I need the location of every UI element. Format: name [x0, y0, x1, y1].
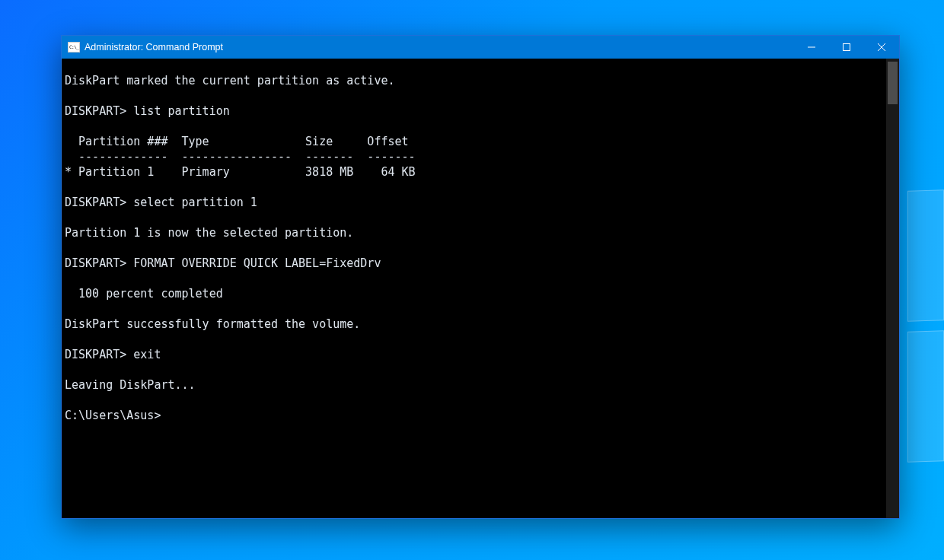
maximize-icon: [843, 43, 850, 51]
maximize-button[interactable]: [829, 36, 864, 59]
terminal-output[interactable]: DiskPart marked the current partition as…: [62, 70, 885, 507]
window-client-area: DiskPart marked the current partition as…: [62, 59, 899, 518]
desktop-windows-logo: [898, 190, 944, 464]
minimize-button[interactable]: [794, 36, 829, 59]
command-prompt-window: Administrator: Command Prompt DiskPart m…: [61, 35, 900, 519]
close-icon: [878, 43, 885, 51]
window-title: Administrator: Command Prompt: [85, 42, 223, 52]
svg-rect-0: [844, 44, 850, 51]
cmd-icon: [68, 42, 80, 52]
titlebar[interactable]: Administrator: Command Prompt: [62, 36, 899, 59]
scrollbar-track[interactable]: [886, 59, 899, 518]
close-button[interactable]: [864, 36, 899, 59]
scrollbar-thumb[interactable]: [888, 62, 898, 104]
minimize-icon: [808, 43, 815, 51]
